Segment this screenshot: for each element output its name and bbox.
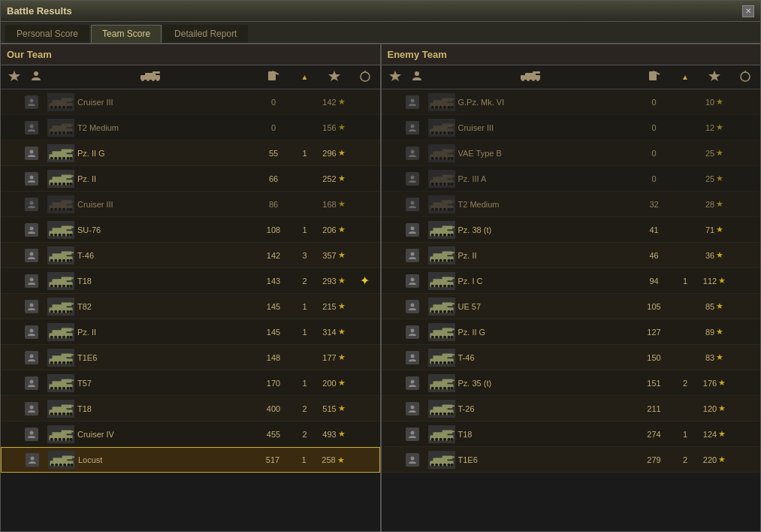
table-row[interactable]: Pz. II G 127 89 ★ xyxy=(382,319,761,345)
table-row[interactable]: Pz. I C 94 1 112 ★ xyxy=(382,268,761,294)
row-exp: 25 ★ xyxy=(696,174,733,183)
tank-name: Cruiser III xyxy=(77,200,113,209)
row-player xyxy=(26,453,48,467)
svg-rect-106 xyxy=(68,303,74,304)
table-row[interactable]: T-26 211 120 ★ xyxy=(382,396,761,422)
svg-rect-172 xyxy=(69,456,74,458)
table-row[interactable]: Pz. II G 55 1 296 ★ xyxy=(1,141,380,166)
table-row[interactable]: Cruiser III 0 142 ★ xyxy=(1,89,380,115)
table-row[interactable]: T57 170 1 200 ★ xyxy=(1,370,380,396)
svg-point-6 xyxy=(146,78,149,81)
svg-point-54 xyxy=(59,182,62,185)
exp-value: 142 xyxy=(322,98,336,107)
table-row[interactable]: Cruiser III 0 12 ★ xyxy=(382,115,761,141)
svg-point-143 xyxy=(62,386,65,389)
table-row[interactable]: T18 274 1 124 ★ xyxy=(382,422,761,447)
svg-point-344 xyxy=(443,437,446,440)
table-row[interactable]: Pz. III A 0 25 ★ xyxy=(382,166,761,192)
table-row[interactable]: Pz. II 66 252 ★ xyxy=(1,166,380,192)
svg-rect-183 xyxy=(533,71,540,74)
table-row[interactable]: T18 143 2 293 ★ ✦ xyxy=(1,268,380,294)
row-kills: 2 xyxy=(675,455,696,464)
row-exp: 493 ★ xyxy=(316,429,353,439)
row-damage: 170 xyxy=(253,379,294,388)
svg-point-113 xyxy=(30,328,34,332)
svg-point-21 xyxy=(59,105,62,108)
player-avatar-icon xyxy=(25,376,38,390)
table-row[interactable]: T1E6 279 2 220 ★ xyxy=(382,447,761,473)
table-row[interactable]: VAE Type B 0 25 ★ xyxy=(382,141,761,166)
table-row[interactable]: Cruiser IV 455 2 493 ★ xyxy=(1,422,380,447)
svg-point-303 xyxy=(410,354,414,358)
svg-point-330 xyxy=(430,412,433,415)
table-row[interactable]: Pz. 35 (t) 151 2 176 ★ xyxy=(382,370,761,396)
table-row[interactable]: Pz. II 46 36 ★ xyxy=(382,243,761,268)
table-row[interactable]: SU-76 108 1 206 ★ xyxy=(1,217,380,243)
tank-name: Pz. II xyxy=(77,174,96,183)
table-row[interactable]: T18 400 2 515 ★ xyxy=(1,396,380,422)
table-row[interactable]: Pz. 38 (t) 41 71 ★ xyxy=(382,217,761,243)
svg-point-24 xyxy=(70,105,73,108)
tab-team-score[interactable]: Team Score xyxy=(91,25,162,43)
svg-point-220 xyxy=(430,156,433,159)
table-row[interactable]: Locust 517 1 258 ★ xyxy=(1,447,380,473)
table-row[interactable]: Pz. II 145 1 314 ★ xyxy=(1,319,380,345)
exp-star-icon: ★ xyxy=(716,122,723,132)
row-kills: 1 xyxy=(294,302,316,311)
svg-point-142 xyxy=(59,386,62,389)
row-damage: 517 xyxy=(252,455,294,464)
svg-point-85 xyxy=(50,258,53,261)
table-row[interactable]: T-46 150 83 ★ xyxy=(382,345,761,370)
svg-point-221 xyxy=(435,156,438,159)
tank-name: Pz. II G xyxy=(458,328,486,337)
tab-detailed-report[interactable]: Detailed Report xyxy=(163,25,248,43)
svg-point-321 xyxy=(439,386,442,389)
tank-thumbnail xyxy=(428,451,455,469)
exp-star-icon: ★ xyxy=(716,250,723,260)
svg-point-215 xyxy=(410,150,414,153)
exp-star-icon: ★ xyxy=(338,250,346,260)
table-row[interactable]: T2 Medium 32 28 ★ xyxy=(382,192,761,217)
table-row[interactable]: G.Pz. Mk. VI 0 10 ★ xyxy=(382,89,761,115)
svg-point-67 xyxy=(66,207,69,210)
row-tank-cell: UE 57 xyxy=(428,298,634,316)
row-exp: 296 ★ xyxy=(316,148,353,158)
player-avatar-icon xyxy=(25,198,38,211)
title-bar: Battle Results ✕ xyxy=(1,1,760,22)
tank-thumbnail xyxy=(47,144,74,162)
svg-point-36 xyxy=(30,150,34,153)
row-exp: 10 ★ xyxy=(696,97,733,107)
tank-name: T-26 xyxy=(458,404,475,413)
svg-point-112 xyxy=(70,310,73,313)
table-row[interactable]: Cruiser III 86 168 ★ xyxy=(1,192,380,217)
exp-value: 215 xyxy=(322,302,336,311)
player-avatar-icon xyxy=(25,223,38,237)
svg-point-164 xyxy=(59,437,62,440)
close-button[interactable]: ✕ xyxy=(742,5,754,17)
svg-point-275 xyxy=(430,284,433,287)
svg-point-44 xyxy=(62,156,65,159)
exp-star-icon: ★ xyxy=(716,174,723,183)
svg-point-278 xyxy=(443,284,446,287)
table-row[interactable]: T82 145 1 215 ★ xyxy=(1,294,380,319)
row-kills: 1 xyxy=(294,225,316,234)
svg-point-199 xyxy=(435,105,438,108)
table-row[interactable]: UE 57 105 85 ★ xyxy=(382,294,761,319)
table-row[interactable]: T-46 142 3 357 ★ xyxy=(1,243,380,268)
svg-point-99 xyxy=(62,284,65,287)
player-avatar-icon xyxy=(406,172,419,186)
row-damage: 400 xyxy=(253,404,294,413)
row-damage: 0 xyxy=(253,98,294,107)
tab-personal-score[interactable]: Personal Score xyxy=(5,25,89,43)
svg-rect-230 xyxy=(449,175,454,177)
row-tank-cell: T57 xyxy=(47,374,253,392)
svg-point-323 xyxy=(447,386,450,389)
tank-name: SU-76 xyxy=(77,225,101,234)
main-content: Our Team ▲ xyxy=(1,44,760,531)
table-row[interactable]: T1E6 148 177 ★ xyxy=(1,345,380,370)
table-row[interactable]: T2 Medium 0 156 ★ xyxy=(1,115,380,141)
svg-point-202 xyxy=(447,105,450,108)
row-player xyxy=(25,198,47,211)
exp-star-icon: ★ xyxy=(338,276,346,286)
svg-rect-40 xyxy=(68,150,74,151)
